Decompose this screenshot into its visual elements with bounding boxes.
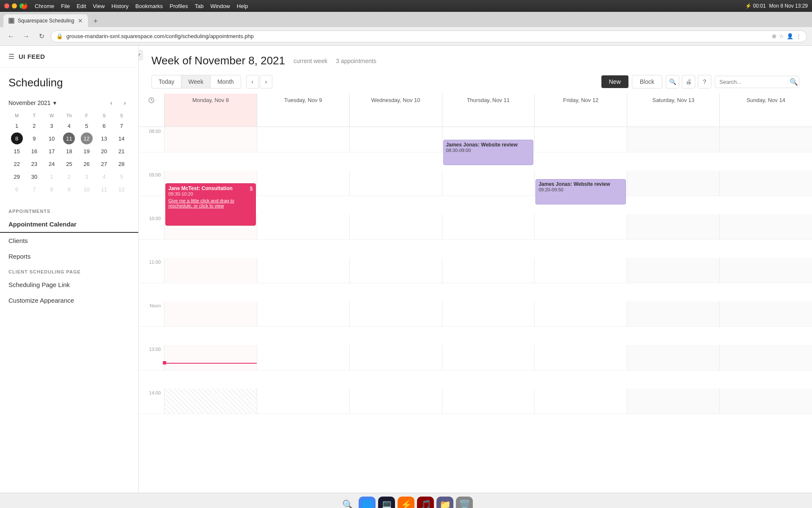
bookmark-icon[interactable]: ☆ (779, 33, 784, 39)
cal-cell-tue-0800[interactable] (257, 127, 349, 152)
cal-day-14[interactable]: 14 (115, 133, 127, 144)
cal-grid-container[interactable]: Monday, Nov 8 Tuesday, Nov 9 Wednesday, … (139, 94, 812, 493)
cal-cell-mon-1400[interactable] (164, 389, 257, 414)
cal-day-next-11[interactable]: 11 (98, 183, 110, 195)
cal-day-2[interactable]: 2 (28, 120, 40, 132)
cal-cell-mon-1100[interactable] (164, 258, 257, 283)
cal-day-8[interactable]: 8 (11, 133, 23, 144)
forward-button[interactable]: → (20, 30, 32, 42)
cal-day-12[interactable]: 12 (81, 133, 93, 144)
cal-day-next-5[interactable]: 5 (115, 171, 127, 182)
cal-day-19[interactable]: 19 (81, 145, 93, 157)
block-time-button[interactable]: Block (632, 75, 662, 88)
menu-help[interactable]: Help (237, 3, 248, 9)
menu-chrome[interactable]: Chrome (35, 3, 54, 9)
cal-day-20[interactable]: 20 (98, 145, 110, 157)
cal-day-next-1[interactable]: 1 (46, 171, 58, 182)
cal-cell-thu-0800[interactable]: James Jonas: Website review 08:30-09:00 (442, 127, 535, 152)
cal-cell-fri-1000[interactable] (534, 214, 627, 240)
cal-cell-sat-0900[interactable] (627, 171, 719, 196)
cal-day-7[interactable]: 7 (115, 120, 127, 132)
cal-cell-sun-0900[interactable] (719, 171, 812, 196)
help-button[interactable]: ? (698, 75, 711, 88)
print-button[interactable]: 🖨 (682, 75, 695, 88)
cal-day-10[interactable]: 10 (46, 133, 58, 144)
sidebar-item-clients[interactable]: Clients (0, 233, 138, 248)
cal-cell-thu-0900[interactable] (442, 171, 535, 196)
more-icon[interactable]: ⋮ (796, 33, 801, 39)
cal-cell-tue-0900[interactable] (257, 171, 349, 196)
close-button[interactable] (4, 3, 9, 8)
cal-cell-wed-1100[interactable] (349, 258, 442, 283)
sidebar-collapse-button[interactable]: ↙ (139, 50, 143, 60)
cal-day-next-7[interactable]: 7 (28, 183, 40, 195)
cal-cell-sun-1300[interactable] (719, 345, 812, 370)
dock-finder[interactable]: 🔍 (339, 497, 356, 508)
search-bar[interactable]: 🔍 (715, 76, 799, 88)
dock-music[interactable]: 🎵 (417, 497, 434, 508)
dock-trash[interactable]: 🗑️ (456, 497, 473, 508)
cal-cell-wed-0900[interactable] (349, 171, 442, 196)
cal-cell-wed-noon[interactable] (349, 301, 442, 327)
cal-day-21[interactable]: 21 (115, 145, 127, 157)
cal-day-16[interactable]: 16 (28, 145, 40, 157)
cal-cell-fri-0900[interactable]: James Jonas: Website review 09:20-09:50 (534, 171, 627, 196)
menu-view[interactable]: View (93, 3, 105, 9)
cal-cell-sat-1300[interactable] (627, 345, 719, 370)
sidebar-item-customize[interactable]: Customize Appearance (0, 293, 138, 308)
new-appointment-button[interactable]: New (601, 75, 628, 88)
cal-cell-sat-1000[interactable] (627, 214, 719, 240)
profile-icon[interactable]: 👤 (787, 33, 793, 39)
cal-cell-sun-1000[interactable] (719, 214, 812, 240)
cal-day-4[interactable]: 4 (63, 120, 75, 132)
menu-apple[interactable]: 🍎 (21, 3, 28, 9)
cal-cell-mon-noon[interactable] (164, 301, 257, 327)
appointment-fri-1[interactable]: James Jonas: Website review 09:20-09:50 (535, 179, 626, 204)
sidebar-item-scheduling-link[interactable]: Scheduling Page Link (0, 277, 138, 293)
cal-day-13[interactable]: 13 (98, 133, 110, 144)
cal-day-22[interactable]: 22 (11, 158, 23, 170)
cal-day-15[interactable]: 15 (11, 145, 23, 157)
cal-cell-fri-1300[interactable] (534, 345, 627, 370)
search-input[interactable] (719, 79, 787, 85)
cal-cell-tue-1000[interactable] (257, 214, 349, 240)
new-tab-button[interactable]: + (90, 15, 102, 27)
cal-day-3[interactable]: 3 (46, 120, 58, 132)
cal-day-30[interactable]: 30 (28, 171, 40, 182)
cal-day-24[interactable]: 24 (46, 158, 58, 170)
browser-tab-active[interactable]: S Squarespace Scheduling ✕ (3, 14, 88, 27)
menu-edit[interactable]: Edit (77, 3, 86, 9)
cal-cell-sat-0800[interactable] (627, 127, 719, 152)
menu-window[interactable]: Window (210, 3, 230, 9)
cast-icon[interactable]: ⊕ (772, 33, 776, 39)
menu-history[interactable]: History (112, 3, 129, 9)
week-view-button[interactable]: Week (181, 75, 211, 88)
cal-day-26[interactable]: 26 (81, 158, 93, 170)
minimize-button[interactable] (12, 3, 17, 8)
cal-day-17[interactable]: 17 (46, 145, 58, 157)
cal-cell-mon-1300[interactable] (164, 345, 257, 370)
cal-cell-thu-noon[interactable] (442, 301, 535, 327)
cal-cell-fri-1400[interactable] (534, 389, 627, 414)
tab-close-button[interactable]: ✕ (78, 17, 83, 24)
cal-day-18[interactable]: 18 (63, 145, 75, 157)
cal-cell-sun-noon[interactable] (719, 301, 812, 327)
appointments-count-badge[interactable]: 3 appointments (336, 58, 376, 64)
cal-cell-sun-1100[interactable] (719, 258, 812, 283)
cal-cell-sun-0800[interactable] (719, 127, 812, 152)
cal-day-23[interactable]: 23 (28, 158, 40, 170)
cal-day-1[interactable]: 1 (11, 120, 23, 132)
cal-cell-fri-0800[interactable] (534, 127, 627, 152)
refresh-button[interactable]: ↻ (36, 30, 47, 42)
cal-cell-sat-noon[interactable] (627, 301, 719, 327)
cal-day-next-8[interactable]: 8 (46, 183, 58, 195)
cal-day-11[interactable]: 11 (63, 133, 75, 144)
cal-cell-sun-1400[interactable] (719, 389, 812, 414)
mini-cal-prev-button[interactable]: ‹ (106, 98, 116, 108)
next-week-button[interactable]: › (260, 75, 272, 88)
cal-day-next-2[interactable]: 2 (63, 171, 75, 182)
prev-week-button[interactable]: ‹ (246, 75, 259, 88)
dock-terminal[interactable]: 💻 (378, 497, 395, 508)
dock-bolt[interactable]: ⚡ (398, 497, 414, 508)
cal-day-next-10[interactable]: 10 (81, 183, 93, 195)
